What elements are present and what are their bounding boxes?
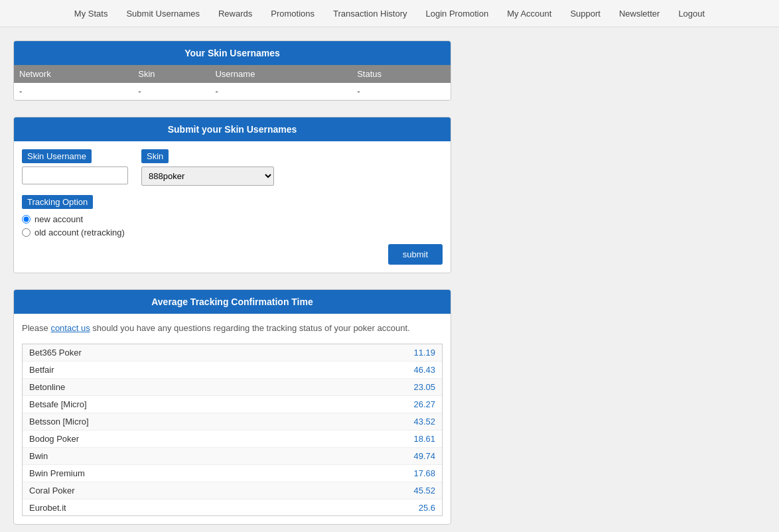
radio-old-account-row: old account (retracking) bbox=[22, 228, 443, 237]
list-item: Bodog Poker18.61 bbox=[23, 430, 442, 447]
skin-username-label: Skin Username bbox=[22, 149, 92, 163]
list-item: Eurobet.it25.6 bbox=[23, 499, 442, 516]
tracking-panel: Average Tracking Confirmation Time Pleas… bbox=[13, 289, 451, 525]
submit-button[interactable]: submit bbox=[388, 244, 443, 265]
nav-my-stats[interactable]: My Stats bbox=[65, 0, 117, 27]
skin-usernames-panel: Your Skin Usernames Network Skin Usernam… bbox=[13, 40, 451, 101]
tracking-intro: Please contact us should you have any qu… bbox=[22, 322, 443, 336]
skin-usernames-table: Network Skin Username Status ---- bbox=[14, 65, 451, 100]
nav-submit-usernames[interactable]: Submit Usernames bbox=[117, 0, 209, 27]
nav-promotions[interactable]: Promotions bbox=[261, 0, 324, 27]
radio-new-account[interactable] bbox=[22, 215, 31, 224]
tracking-option-label: Tracking Option bbox=[22, 195, 93, 209]
nav-login-promotion[interactable]: Login Promotion bbox=[417, 0, 498, 27]
nav-transaction-history[interactable]: Transaction History bbox=[324, 0, 417, 27]
tracking-panel-title: Average Tracking Confirmation Time bbox=[14, 290, 451, 314]
nav-support[interactable]: Support bbox=[561, 0, 610, 27]
tracking-table: Bet365 Poker11.19Betfair46.43Betonline23… bbox=[23, 344, 442, 516]
skin-usernames-title: Your Skin Usernames bbox=[14, 41, 451, 65]
nav-my-account[interactable]: My Account bbox=[498, 0, 561, 27]
skin-label: Skin bbox=[141, 149, 169, 163]
col-network: Network bbox=[14, 65, 133, 83]
list-item: Betonline23.05 bbox=[23, 378, 442, 395]
list-item: Coral Poker45.52 bbox=[23, 482, 442, 499]
skin-select[interactable]: 888pokerPokerStarsParty PokerFull TiltBe… bbox=[141, 166, 274, 186]
submit-panel: Submit your Skin Usernames Skin Username… bbox=[13, 117, 451, 273]
nav-newsletter[interactable]: Newsletter bbox=[610, 0, 669, 27]
list-item: Bwin49.74 bbox=[23, 447, 442, 464]
contact-us-link[interactable]: contact us bbox=[50, 323, 90, 333]
col-username: Username bbox=[210, 65, 352, 83]
list-item: Bet365 Poker11.19 bbox=[23, 344, 442, 362]
col-status: Status bbox=[352, 65, 451, 83]
col-skin: Skin bbox=[133, 65, 210, 83]
main-nav: My StatsSubmit UsernamesRewardsPromotion… bbox=[0, 0, 779, 27]
radio-new-account-row: new account bbox=[22, 214, 443, 224]
skin-username-group: Skin Username bbox=[22, 149, 128, 184]
tracking-scroll-area[interactable]: Bet365 Poker11.19Betfair46.43Betonline23… bbox=[22, 344, 443, 516]
list-item: Betsson [Micro]43.52 bbox=[23, 413, 442, 430]
list-item: Bwin Premium17.68 bbox=[23, 464, 442, 482]
table-row: ---- bbox=[14, 83, 451, 100]
submit-panel-title: Submit your Skin Usernames bbox=[14, 117, 451, 141]
radio-old-label: old account (retracking) bbox=[35, 228, 125, 237]
radio-old-account[interactable] bbox=[22, 228, 31, 237]
skin-group: Skin 888pokerPokerStarsParty PokerFull T… bbox=[141, 149, 274, 186]
list-item: Betfair46.43 bbox=[23, 361, 442, 378]
radio-new-label: new account bbox=[35, 214, 83, 224]
list-item: Betsafe [Micro]26.27 bbox=[23, 395, 442, 413]
skin-username-input[interactable] bbox=[22, 166, 128, 184]
nav-rewards[interactable]: Rewards bbox=[209, 0, 261, 27]
nav-logout[interactable]: Logout bbox=[669, 0, 714, 27]
